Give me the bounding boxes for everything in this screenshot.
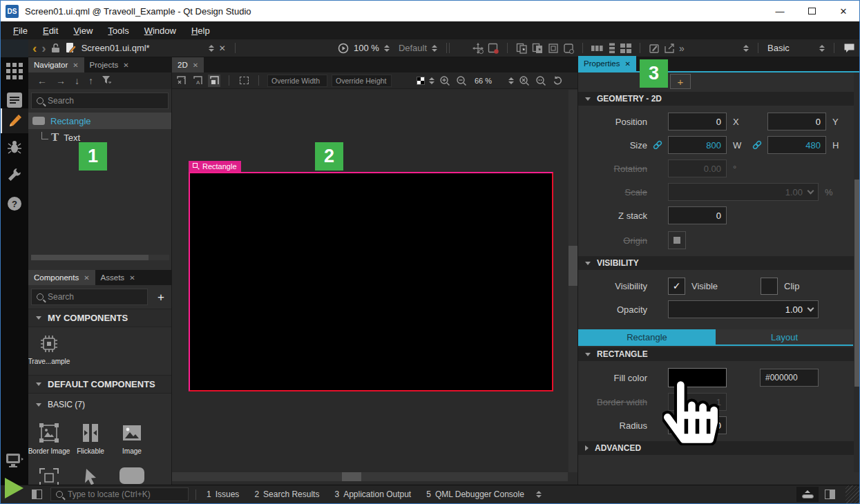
position-y-field[interactable]: 0 <box>767 113 826 130</box>
add-module-button[interactable]: + <box>157 291 164 304</box>
move-down-icon[interactable]: ↓ <box>75 75 79 86</box>
lock-icon[interactable] <box>51 43 60 53</box>
column-layout-icon[interactable] <box>608 43 616 54</box>
forward-button[interactable]: › <box>41 41 46 56</box>
menu-edit[interactable]: Edit <box>36 23 65 38</box>
tree-item-rectangle[interactable]: Rectangle <box>28 113 171 129</box>
pane-search-results[interactable]: 2Search Results <box>247 490 327 499</box>
grid-layout-icon[interactable] <box>620 43 631 53</box>
default-components-header[interactable]: DEFAULT COMPONENTS <box>28 375 171 394</box>
component-image[interactable]: Image <box>111 416 153 455</box>
tools-mode-button[interactable] <box>1 165 28 184</box>
row-layout-icon[interactable] <box>591 44 604 52</box>
export-icon[interactable] <box>664 43 675 54</box>
link-icon[interactable] <box>752 140 762 150</box>
navigator-hscrollbar[interactable] <box>31 255 169 260</box>
rectangle-item[interactable] <box>189 172 553 391</box>
maximize-button[interactable] <box>796 1 828 21</box>
tab-projects[interactable]: Projects✕ <box>84 57 135 72</box>
back-button[interactable]: ‹ <box>32 41 37 56</box>
edit-annotation-icon[interactable] <box>649 43 660 54</box>
component-flickable[interactable]: Flickable <box>70 416 111 455</box>
size-w-field[interactable]: 800 <box>668 136 727 154</box>
visibility-section-header[interactable]: VISIBILITY <box>578 256 860 270</box>
tab-components[interactable]: Components✕ <box>28 270 95 285</box>
run-preview-icon[interactable] <box>338 43 349 54</box>
menu-view[interactable]: View <box>66 23 99 38</box>
navigator-search-input[interactable] <box>48 96 163 106</box>
scale-field[interactable]: 1.00 <box>668 183 819 201</box>
visible-checkbox[interactable]: ✓ <box>668 278 685 295</box>
zoom-in-icon[interactable] <box>439 75 451 87</box>
tab-assets[interactable]: Assets✕ <box>95 270 141 285</box>
design-mode-button[interactable] <box>1 108 28 133</box>
menu-help[interactable]: Help <box>184 23 217 38</box>
zoom-selection-icon[interactable] <box>518 75 531 87</box>
tab-close-icon[interactable]: ✕ <box>123 61 128 69</box>
zstack-field[interactable]: 0 <box>668 206 727 224</box>
zoom-fit-icon[interactable] <box>535 75 547 87</box>
menu-window[interactable]: Window <box>137 23 183 38</box>
component-border-image[interactable]: Border Image <box>28 416 70 455</box>
component-item[interactable] <box>28 461 70 485</box>
tab-close-icon[interactable]: ✕ <box>193 61 198 69</box>
chevron-down-icon[interactable] <box>808 304 814 311</box>
component-travel-example[interactable]: Trave...ample <box>28 327 70 365</box>
state-selector[interactable]: Default <box>399 43 427 53</box>
origin-selector-button[interactable] <box>668 231 686 249</box>
canvas-hscrollbar[interactable] <box>172 472 568 481</box>
help-mode-button[interactable]: ? <box>1 194 28 213</box>
filter-icon[interactable] <box>102 75 111 86</box>
canvas-zoom-spinner[interactable] <box>508 77 514 84</box>
move-tool-icon[interactable] <box>472 43 484 54</box>
open-document-name[interactable]: Screen01.ui.qml* <box>82 43 150 53</box>
style-selector[interactable]: Basic <box>767 43 814 53</box>
snapping-anchors-icon[interactable]: A <box>191 75 204 87</box>
link-icon[interactable] <box>653 140 662 150</box>
canvas-vscrollbar[interactable] <box>568 90 577 472</box>
opacity-field[interactable]: 1.00 <box>668 300 819 318</box>
snapping-icon[interactable] <box>488 43 499 54</box>
right-sidebar-toggle-icon[interactable] <box>825 490 835 499</box>
preview-zoom-spinner[interactable] <box>384 45 390 52</box>
override-height-input[interactable] <box>332 75 392 87</box>
tab-properties[interactable]: Properties✕ <box>578 56 636 71</box>
add-property-button[interactable]: + <box>670 74 691 89</box>
tab-close-icon[interactable]: ✕ <box>624 60 630 68</box>
tab-2d[interactable]: 2D✕ <box>172 57 204 72</box>
group-icon[interactable] <box>548 43 559 54</box>
group-timeline-icon[interactable] <box>563 43 574 54</box>
zoom-out-icon[interactable] <box>455 75 468 87</box>
reset-view-icon[interactable] <box>551 75 564 87</box>
rectangle-section-header[interactable]: RECTANGLE <box>578 347 860 361</box>
tab-navigator[interactable]: Navigator✕ <box>28 57 84 72</box>
tab-close-icon[interactable]: ✕ <box>84 274 89 282</box>
size-h-field[interactable]: 480 <box>767 136 826 154</box>
rotation-field[interactable]: 0.00 <box>668 159 727 177</box>
close-document-button[interactable]: ✕ <box>219 43 226 53</box>
state-spinner[interactable] <box>432 45 437 52</box>
geometry-section-header[interactable]: GEOMETRY - 2D <box>578 92 860 106</box>
snapping-active-icon[interactable] <box>208 75 220 87</box>
position-x-field[interactable]: 0 <box>668 113 727 130</box>
component-rectangle[interactable] <box>111 461 153 485</box>
background-color-icon[interactable] <box>417 77 425 85</box>
kit-selector-button[interactable] <box>1 449 28 473</box>
close-button[interactable]: ✕ <box>828 1 859 21</box>
no-snapping-icon[interactable] <box>175 75 187 87</box>
design-canvas[interactable]: Rectangle <box>172 90 568 472</box>
menu-file[interactable]: File <box>6 23 35 38</box>
chevron-down-icon[interactable] <box>808 187 814 194</box>
output-pane-spinner[interactable] <box>536 491 542 498</box>
my-components-header[interactable]: MY COMPONENTS <box>28 309 171 327</box>
pane-issues[interactable]: 1Issues <box>199 490 247 499</box>
component-mouse-area[interactable] <box>70 461 111 485</box>
background-spinner[interactable] <box>429 77 434 84</box>
move-up-icon[interactable]: ↑ <box>88 75 93 86</box>
pane-qml-debugger-console[interactable]: 5QML Debugger Console <box>419 490 532 499</box>
style-spinner-right[interactable] <box>819 45 825 52</box>
selection-label[interactable]: Rectangle <box>189 161 241 172</box>
fill-color-hex-field[interactable]: #000000 <box>760 369 819 387</box>
tab-close-icon[interactable]: ✕ <box>129 274 135 282</box>
override-width-input[interactable] <box>267 75 327 87</box>
